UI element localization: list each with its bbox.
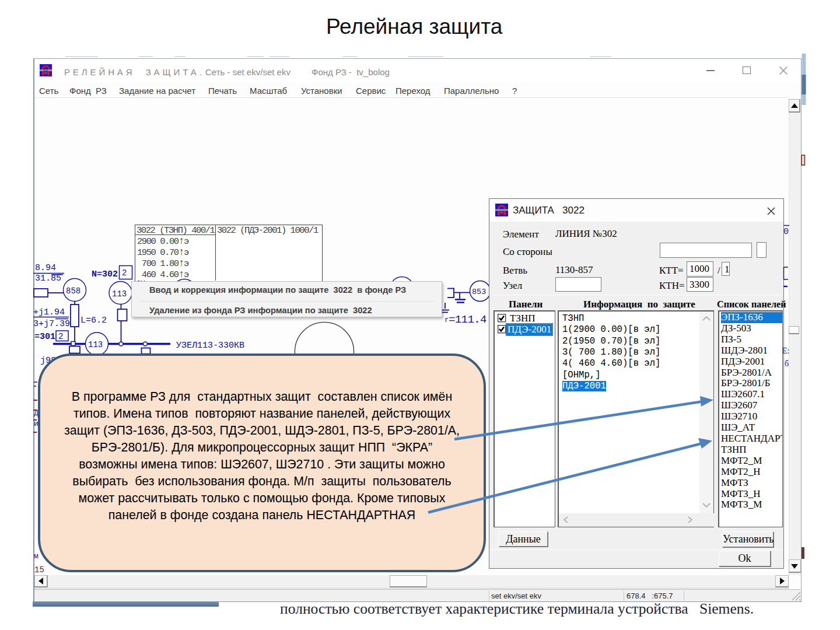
svg-text:и: и — [34, 419, 38, 428]
svg-text:м: м — [34, 552, 38, 561]
svg-text:б: б — [785, 359, 789, 368]
svg-text:Е:: Е: — [782, 346, 789, 355]
svg-text:15: 15 — [34, 565, 44, 575]
svg-text:0: 0 — [783, 227, 789, 237]
